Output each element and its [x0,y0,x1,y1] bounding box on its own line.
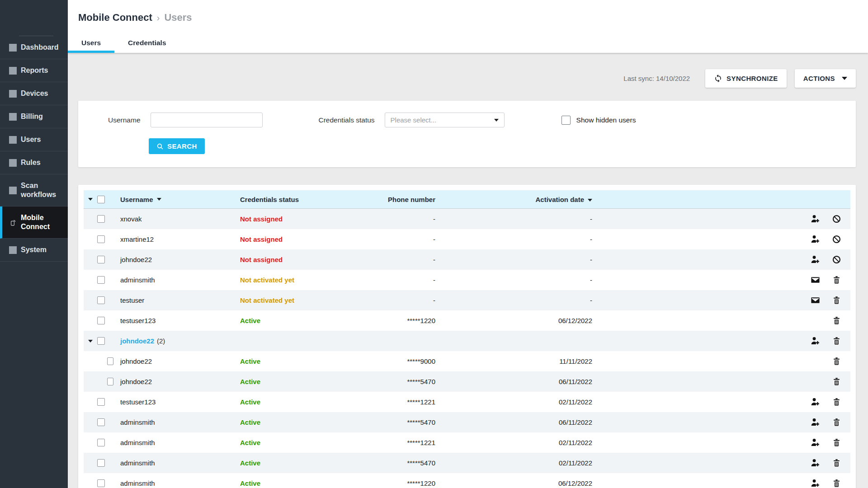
expand-all-caret-icon[interactable] [88,198,93,201]
row-actions [592,235,850,244]
activation-date-cell: 11/11/2022 [435,357,592,365]
table-row: xmartine12 Not assigned - - [84,229,850,249]
row-checkbox[interactable] [97,317,105,324]
envelope-icon[interactable] [811,275,820,285]
table-body: xnovak Not assigned - - xmartine12 Not a… [84,209,850,488]
activation-date-cell: 06/12/2022 [435,479,592,487]
table-row: xnovak Not assigned - - [84,209,850,229]
trash-icon[interactable] [832,418,841,427]
ban-icon[interactable] [832,214,841,224]
phone-number-cell: - [353,276,435,284]
trash-icon[interactable] [832,377,841,386]
add-user-icon[interactable] [811,255,820,264]
add-user-icon[interactable] [811,235,820,244]
show-hidden-users-checkbox[interactable] [561,116,571,125]
row-checkbox[interactable] [97,337,105,345]
row-checkbox[interactable] [97,439,105,446]
expand-group-caret-icon[interactable] [88,340,93,343]
ban-icon[interactable] [832,235,841,244]
table-row: johndoe22 Active *****5470 06/11/2022 [84,371,850,392]
square-icon [9,67,17,75]
column-header-username[interactable]: Username [113,196,240,203]
table-row: adminsmith Active *****1221 02/11/2022 [84,432,850,453]
sidebar-logo-space [0,0,68,36]
chevron-down-icon [494,119,499,122]
column-header-credentials-status[interactable]: Credentials status [240,196,353,203]
row-checkbox[interactable] [97,215,105,223]
row-actions [592,255,850,264]
tab-credentials[interactable]: Credentials [114,33,179,53]
envelope-icon[interactable] [811,296,820,305]
credentials-status-cell: Not activated yet [240,276,294,284]
last-sync-text: Last sync: 14/10/2022 [623,75,690,82]
row-checkbox[interactable] [97,296,105,304]
username-cell: adminsmith [120,418,155,426]
trash-icon[interactable] [832,458,841,468]
sidebar-item-rules[interactable]: Rules [0,151,68,174]
row-checkbox[interactable] [97,235,105,243]
add-user-icon[interactable] [811,418,820,427]
trash-icon[interactable] [832,316,841,325]
username-cell: testuser123 [120,398,156,406]
search-button[interactable]: SEARCH [149,138,205,154]
username-cell: adminsmith [120,439,155,446]
row-checkbox[interactable] [97,418,105,426]
tab-users[interactable]: Users [68,33,114,53]
sidebar-item-system[interactable]: System [0,239,68,262]
trash-icon[interactable] [832,357,841,366]
sidebar-item-scan-workflows[interactable]: Scan workflows [0,174,68,206]
activation-date-cell: - [435,215,592,223]
row-checkbox[interactable] [97,479,105,487]
sidebar-item-billing[interactable]: Billing [0,105,68,128]
actions-button[interactable]: ACTIONS [795,69,856,88]
add-user-icon[interactable] [811,479,820,488]
trash-icon[interactable] [832,275,841,285]
phone-number-cell: - [353,235,435,243]
sort-caret-icon [588,199,592,202]
trash-icon[interactable] [832,397,841,407]
ban-icon[interactable] [832,255,841,264]
username-cell[interactable]: johndoe22 [120,337,154,345]
phone-number-cell: - [353,215,435,223]
credentials-status-cell: Active [240,398,260,406]
username-cell: xnovak [120,215,142,223]
add-user-icon[interactable] [811,336,820,346]
row-checkbox[interactable] [97,276,105,284]
trash-icon[interactable] [832,479,841,488]
add-user-icon[interactable] [811,214,820,224]
activation-date-cell: - [435,276,592,284]
breadcrumb-section[interactable]: Mobile Connect [78,12,152,23]
row-checkbox[interactable] [107,378,113,385]
row-checkbox[interactable] [97,398,105,406]
row-checkbox[interactable] [97,459,105,467]
sidebar-item-mobile-connect[interactable]: Mobile Connect [0,206,68,239]
sidebar-item-reports[interactable]: Reports [0,59,68,82]
add-user-icon[interactable] [811,397,820,407]
table-row: testuser Not activated yet - - [84,290,850,310]
username-label: Username [108,116,141,124]
trash-icon[interactable] [832,296,841,305]
phone-number-cell: *****1220 [353,317,435,324]
row-checkbox[interactable] [107,357,113,365]
table-row: adminsmith Active *****5470 02/11/2022 [84,453,850,473]
credentials-status-select[interactable]: Please select... [385,113,505,127]
column-header-phone-number[interactable]: Phone number [353,196,435,203]
activation-date-cell: 06/11/2022 [435,418,592,426]
select-all-checkbox[interactable] [97,196,105,203]
sidebar-item-devices[interactable]: Devices [0,82,68,105]
sidebar-item-dashboard[interactable]: Dashboard [0,36,68,59]
phone-number-cell: *****5470 [353,459,435,467]
add-user-icon[interactable] [811,438,820,447]
mobile-phone-icon [9,219,17,226]
row-checkbox[interactable] [97,256,105,263]
users-table: Username Credentials status Phone number… [78,185,856,488]
synchronize-button[interactable]: SYNCHRONIZE [705,69,787,88]
column-header-activation-date[interactable]: Activation date [435,196,592,203]
trash-icon[interactable] [832,438,841,447]
username-input[interactable] [151,113,263,127]
top-bar: Mobile Connect›Users Users Credentials [68,0,868,53]
trash-icon[interactable] [832,336,841,346]
sidebar-item-users[interactable]: Users [0,128,68,151]
add-user-icon[interactable] [811,458,820,468]
row-actions [592,418,850,427]
